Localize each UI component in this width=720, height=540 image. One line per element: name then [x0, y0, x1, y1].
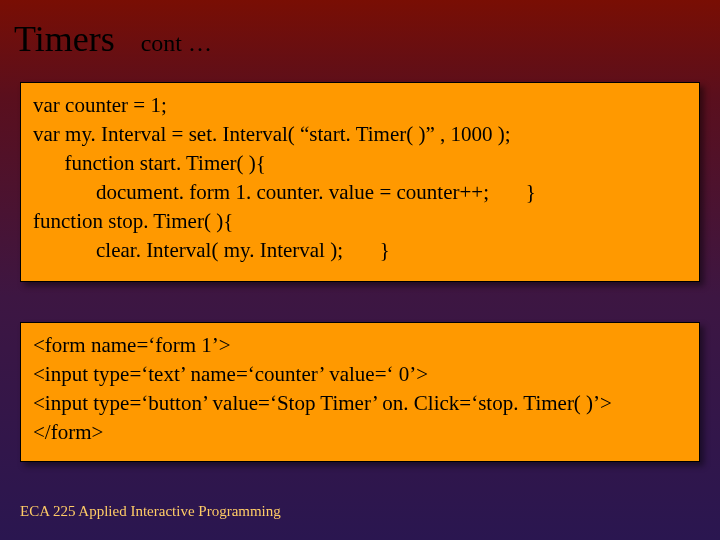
- code-line: </form>: [33, 418, 687, 447]
- page-title: Timers: [14, 18, 115, 60]
- code-line: clear. Interval( my. Interval ); }: [33, 236, 687, 265]
- code-line: <input type=‘button’ value=‘Stop Timer’ …: [33, 389, 687, 418]
- code-box-2: <form name=‘form 1’> <input type=‘text’ …: [20, 322, 700, 462]
- code-line: function start. Timer( ){: [33, 149, 687, 178]
- code-line: var my. Interval = set. Interval( “start…: [33, 120, 687, 149]
- title-row: Timers cont …: [14, 18, 212, 60]
- slide: Timers cont … var counter = 1; var my. I…: [0, 0, 720, 540]
- code-line: function stop. Timer( ){: [33, 207, 687, 236]
- code-box-1: var counter = 1; var my. Interval = set.…: [20, 82, 700, 282]
- code-line: <input type=‘text’ name=‘counter’ value=…: [33, 360, 687, 389]
- page-subtitle: cont …: [141, 30, 212, 57]
- code-line: document. form 1. counter. value = count…: [33, 178, 687, 207]
- footer-text: ECA 225 Applied Interactive Programming: [20, 503, 281, 520]
- code-line: var counter = 1;: [33, 91, 687, 120]
- code-line: <form name=‘form 1’>: [33, 331, 687, 360]
